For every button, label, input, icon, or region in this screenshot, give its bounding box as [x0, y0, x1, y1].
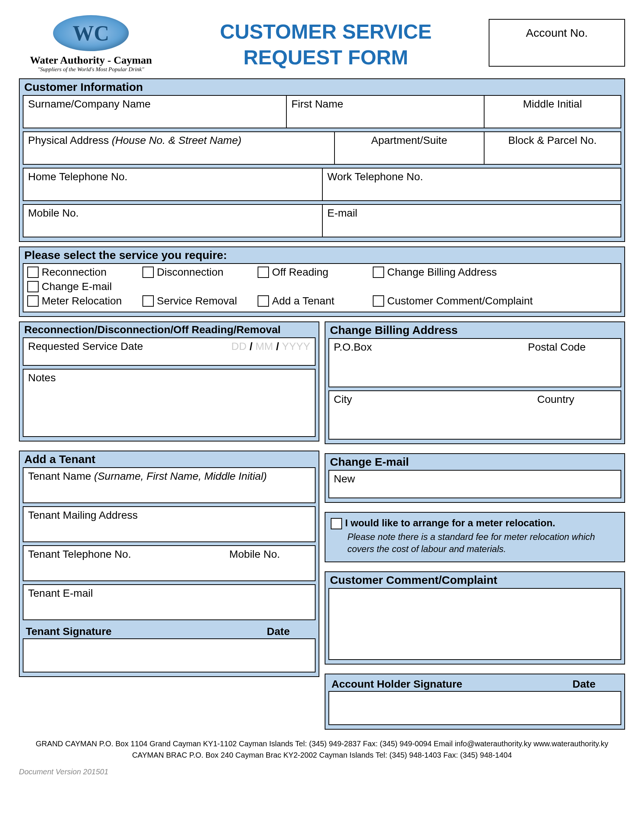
footer-line-1: GRAND CAYMAN P.O. Box 1104 Grand Cayman … — [19, 738, 625, 749]
home-telephone-field[interactable]: Home Telephone No. — [23, 168, 322, 201]
details-columns: Reconnection/Disconnection/Off Reading/R… — [19, 322, 625, 734]
reconnection-option[interactable]: Reconnection — [27, 266, 134, 278]
service-removal-option[interactable]: Service Removal — [142, 295, 248, 307]
tenant-name-label: Tenant Name — [28, 470, 94, 482]
change-email-section: Change E-mail New — [325, 453, 625, 503]
postal-label: Postal Code — [528, 341, 616, 384]
document-version: Document Version 201501 — [19, 767, 625, 776]
checkbox-icon[interactable] — [142, 295, 154, 307]
complaint-field[interactable] — [328, 588, 621, 660]
relocation-label: I would like to arrange for a meter relo… — [345, 517, 555, 529]
middle-initial-field[interactable]: Middle Initial — [484, 95, 621, 129]
tenant-sig-date-label: Date — [267, 626, 312, 638]
req-date-label: Requested Service Date — [28, 340, 143, 352]
header: WC Water Authority - Cayman "Suppliers o… — [19, 15, 625, 73]
title-line-1: CUSTOMER SERVICE — [163, 19, 489, 45]
disconnection-option[interactable]: Disconnection — [142, 266, 248, 278]
address-label: Physical Address — [28, 134, 112, 146]
tenant-phone-field[interactable]: Tenant Telephone No. Mobile No. — [23, 545, 316, 581]
checkbox-icon[interactable] — [142, 267, 154, 278]
tenant-signature-labels: Tenant Signature Date — [23, 625, 316, 638]
email-field[interactable]: E-mail — [322, 204, 621, 237]
add-tenant-section: Add a Tenant Tenant Name (Surname, First… — [19, 450, 319, 677]
holder-signature-labels: Account Holder Signature Date — [328, 677, 621, 691]
logo-icon: WC — [53, 15, 129, 51]
logo-block: WC Water Authority - Cayman "Suppliers o… — [19, 15, 163, 73]
service-select-section: Please select the service you require: R… — [19, 246, 625, 317]
city-label: City — [334, 393, 352, 437]
tenant-signature-field[interactable] — [23, 638, 316, 672]
pobox-label: P.O.Box — [334, 341, 372, 384]
footer: GRAND CAYMAN P.O. Box 1104 Grand Cayman … — [19, 738, 625, 761]
complaint-heading: Customer Comment/Complaint — [328, 574, 621, 588]
change-email-heading: Change E-mail — [328, 455, 621, 470]
service-options: Reconnection Disconnection Off Reading C… — [23, 263, 621, 312]
block-parcel-field[interactable]: Block & Parcel No. — [484, 131, 621, 165]
surname-field[interactable]: Surname/Company Name — [23, 95, 286, 129]
requested-service-date-field[interactable]: Requested Service Date DD / MM / YYYY — [23, 338, 316, 366]
complaint-section: Customer Comment/Complaint — [325, 571, 625, 664]
tenant-mail-field[interactable]: Tenant Mailing Address — [23, 506, 316, 542]
off-reading-option[interactable]: Off Reading — [258, 266, 364, 278]
notes-field[interactable]: Notes — [23, 369, 316, 437]
meter-relocation-section: I would like to arrange for a meter relo… — [325, 512, 625, 562]
change-billing-option[interactable]: Change Billing Address — [373, 266, 509, 278]
checkbox-icon[interactable] — [373, 295, 384, 307]
left-column: Reconnection/Disconnection/Off Reading/R… — [19, 322, 319, 734]
title-line-2: REQUEST FORM — [163, 45, 489, 71]
tenant-tel-label: Tenant Telephone No. — [28, 548, 131, 578]
checkbox-icon[interactable] — [258, 267, 269, 278]
country-label: Country — [537, 393, 616, 437]
tenant-name-hint: (Surname, First Name, Middle Initial) — [94, 470, 267, 482]
first-name-field[interactable]: First Name — [286, 95, 483, 129]
logo-tagline: "Suppliers of the World's Most Popular D… — [19, 66, 163, 73]
holder-sig-date-label: Date — [572, 678, 618, 690]
add-tenant-option[interactable]: Add a Tenant — [258, 295, 364, 307]
checkbox-icon[interactable] — [27, 295, 39, 307]
tenant-name-field[interactable]: Tenant Name (Surname, First Name, Middle… — [23, 467, 316, 503]
footer-line-2: CAYMAN BRAC P.O. Box 240 Cayman Brac KY2… — [19, 749, 625, 761]
holder-sig-label: Account Holder Signature — [332, 678, 572, 690]
logo-name: Water Authority - Cayman — [19, 54, 163, 66]
right-column: Change Billing Address P.O.Box Postal Co… — [325, 322, 625, 734]
billing-heading: Change Billing Address — [328, 324, 621, 338]
service-select-heading: Please select the service you require: — [23, 249, 621, 263]
physical-address-field[interactable]: Physical Address (House No. & Street Nam… — [23, 131, 334, 165]
account-holder-signature-section: Account Holder Signature Date — [325, 674, 625, 730]
account-number-field[interactable]: Account No. — [489, 19, 625, 67]
checkbox-icon[interactable] — [373, 267, 384, 278]
customer-info-heading: Customer Information — [23, 80, 621, 95]
tenant-mobile-label: Mobile No. — [229, 548, 310, 578]
reconnection-section: Reconnection/Disconnection/Off Reading/R… — [19, 322, 319, 442]
form-title: CUSTOMER SERVICE REQUEST FORM — [163, 15, 489, 70]
mobile-field[interactable]: Mobile No. — [23, 204, 322, 237]
change-billing-section: Change Billing Address P.O.Box Postal Co… — [325, 322, 625, 444]
change-email-option[interactable]: Change E-mail — [27, 281, 134, 293]
meter-relocation-option[interactable]: Meter Relocation — [27, 295, 134, 307]
relocation-note: Please note there is a standard fee for … — [331, 529, 619, 555]
tenant-sig-label: Tenant Signature — [26, 626, 267, 638]
apartment-field[interactable]: Apartment/Suite — [334, 131, 484, 165]
address-hint: (House No. & Street Name) — [112, 134, 242, 146]
pobox-postal-field[interactable]: P.O.Box Postal Code — [328, 338, 621, 388]
checkbox-icon[interactable] — [258, 295, 269, 307]
date-placeholder: DD / MM / YYYY — [232, 340, 311, 352]
checkbox-icon[interactable] — [27, 281, 39, 292]
tenant-heading: Add a Tenant — [23, 453, 316, 467]
work-telephone-field[interactable]: Work Telephone No. — [322, 168, 621, 201]
city-country-field[interactable]: City Country — [328, 391, 621, 440]
relocation-checkbox[interactable] — [331, 518, 342, 529]
recon-heading: Reconnection/Disconnection/Off Reading/R… — [23, 324, 316, 338]
checkbox-icon[interactable] — [27, 267, 39, 278]
tenant-email-field[interactable]: Tenant E-mail — [23, 584, 316, 620]
new-email-field[interactable]: New — [328, 470, 621, 498]
holder-signature-field[interactable] — [328, 691, 621, 725]
complaint-option[interactable]: Customer Comment/Complaint — [373, 295, 539, 307]
customer-information-section: Customer Information Surname/Company Nam… — [19, 78, 625, 242]
